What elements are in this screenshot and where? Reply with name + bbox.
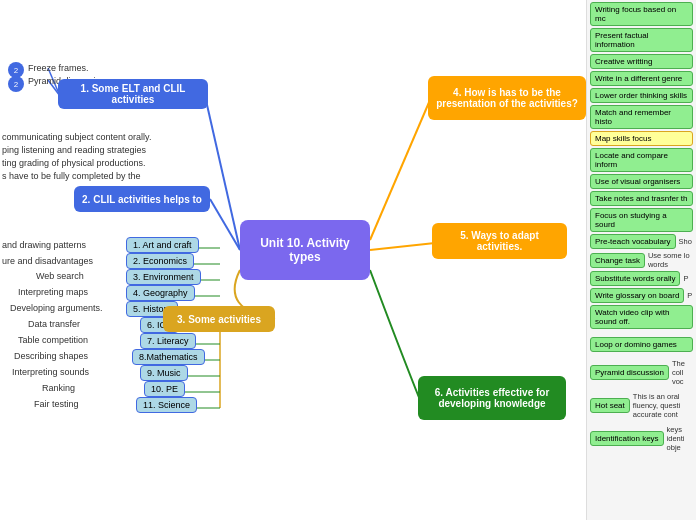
- leaf-literacy: 7. Literacy: [140, 333, 196, 349]
- leaf-science: 11. Science: [136, 397, 197, 413]
- text-idkeys: keys identi obje: [667, 425, 693, 452]
- num-circle-2: 2: [8, 76, 24, 92]
- label-change: Change task: [590, 253, 645, 268]
- activity-side-2: ure and disadvantages: [2, 256, 93, 266]
- clil-label4: s have to be fully completed by the: [2, 171, 141, 181]
- label-idkeys: Identification keys: [590, 431, 664, 446]
- activity-side-5: Developing arguments.: [10, 303, 103, 313]
- node-some-elt[interactable]: 1. Some ELT and CLIL activities: [58, 79, 208, 109]
- panel-item-watch: Watch video clip with sound off.: [590, 305, 693, 329]
- panel-item-creative: Creative writting: [590, 54, 693, 69]
- label-pyramid: Pyramid discussion: [590, 365, 669, 380]
- leaf-music: 9. Music: [140, 365, 188, 381]
- label-substitute: Substitute words orally: [590, 271, 680, 286]
- label-hotseat: Hot seat: [590, 398, 630, 413]
- panel-item-factual: Present factual information: [590, 28, 693, 52]
- right-panel: Writing focus based on mc Present factua…: [586, 0, 696, 520]
- activity-side-6: Data transfer: [28, 319, 80, 329]
- clil-label1: communicating subject content orally.: [2, 132, 151, 142]
- panel-item-genre: Write in a different genre: [590, 71, 693, 86]
- svg-line-1: [210, 199, 240, 250]
- text-pyramid: The coll voc: [672, 359, 693, 386]
- panel-row-glossary: Write glossary on board P: [590, 288, 693, 303]
- panel-item-focus: Focus on studying a sourd: [590, 208, 693, 232]
- activity-side-7: Table competition: [18, 335, 88, 345]
- activity-side-9: Interpreting sounds: [12, 367, 89, 377]
- text-hotseat: This is an oral fluency, questi accurate…: [633, 392, 693, 419]
- activity-side-3: Web search: [36, 271, 84, 281]
- leaf-pe: 10. PE: [144, 381, 185, 397]
- svg-line-3: [370, 243, 435, 250]
- panel-item-writing: Writing focus based on mc: [590, 2, 693, 26]
- leaf-environment: 3. Environment: [126, 269, 201, 285]
- panel-row-preteach: Pre-teach vocabulary Sho: [590, 234, 693, 249]
- activity-side-10: Ranking: [42, 383, 75, 393]
- node-ways-adapt[interactable]: 5. Ways to adapt activities.: [432, 223, 567, 259]
- text-preteach: Sho: [679, 237, 693, 246]
- panel-row-change: Change task Use some lo words: [590, 251, 693, 269]
- text-glossary: P: [687, 291, 693, 300]
- activity-side-4: Interpreting maps: [18, 287, 88, 297]
- panel-item-notes: Take notes and trasnfer th: [590, 191, 693, 206]
- leaf-economics: 2. Economics: [126, 253, 194, 269]
- panel-item-locate: Locate and compare inform: [590, 148, 693, 172]
- node-presentation[interactable]: 4. How is has to be the presentation of …: [428, 76, 586, 120]
- center-node[interactable]: Unit 10. Activity types: [240, 220, 370, 280]
- node-some-activities[interactable]: 3. Some activities: [163, 306, 275, 332]
- activity-side-1: and drawing patterns: [2, 240, 86, 250]
- panel-row-hotseat: Hot seat This is an oral fluency, questi…: [590, 392, 693, 419]
- leaf-geography: 4. Geography: [126, 285, 195, 301]
- text-change: Use some lo words: [648, 251, 693, 269]
- panel-row-substitute: Substitute words orally P: [590, 271, 693, 286]
- node-activities-knowledge[interactable]: 6. Activities effective for developing k…: [418, 376, 566, 420]
- panel-item-match: Match and remember histo: [590, 105, 693, 129]
- clil-label2: ping listening and reading strategies: [2, 145, 146, 155]
- freeze-label: Freeze frames.: [28, 63, 89, 73]
- panel-item-loop: Loop or domino games: [590, 337, 693, 352]
- svg-line-2: [370, 100, 430, 240]
- activity-side-8: Describing shapes: [14, 351, 88, 361]
- mind-map: 2 2 Freeze frames. Pyramid discussions. …: [0, 0, 696, 520]
- panel-item-map: Map skills focus: [590, 131, 693, 146]
- svg-line-0: [205, 96, 240, 250]
- label-preteach: Pre-teach vocabulary: [590, 234, 676, 249]
- clil-label3: ting grading of physical productions.: [2, 158, 146, 168]
- activity-side-11: Fair testing: [34, 399, 79, 409]
- label-glossary: Write glossary on board: [590, 288, 684, 303]
- panel-item-lower: Lower order thinking skills: [590, 88, 693, 103]
- panel-item-visual: Use of visual organisers: [590, 174, 693, 189]
- node-clil-helps[interactable]: 2. CLIL activities helps to: [74, 186, 210, 212]
- leaf-art: 1. Art and craft: [126, 237, 199, 253]
- panel-row-pyramid: Pyramid discussion The coll voc: [590, 359, 693, 386]
- text-substitute: P: [683, 274, 693, 283]
- leaf-math: 8.Mathematics: [132, 349, 205, 365]
- panel-row-idkeys: Identification keys keys identi obje: [590, 425, 693, 452]
